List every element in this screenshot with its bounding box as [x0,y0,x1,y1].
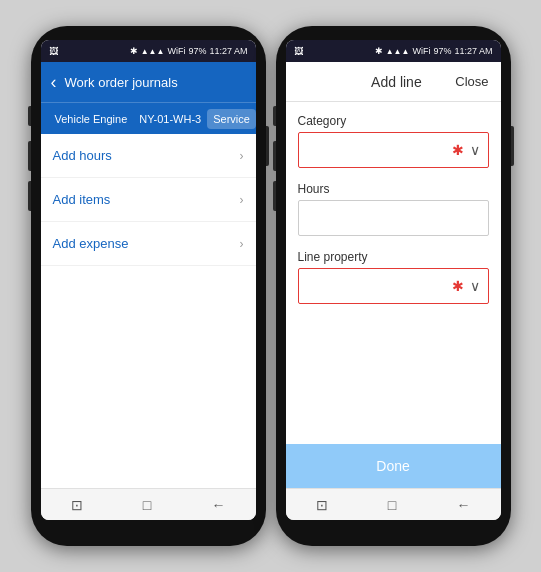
right-volume-down-button [273,181,276,211]
right-nav-recent-icon[interactable]: ⊡ [316,497,328,513]
left-status-icons: 🖼 [49,46,58,56]
left-screen: 🖼 ✱ ▲▲▲ WiFi 97% 11:27 AM ‹ Work order j… [41,40,256,520]
right-silent-button [273,106,276,126]
right-status-right: ✱ ▲▲▲ WiFi 97% 11:27 AM [375,46,493,56]
line-property-input[interactable]: ✱ ∨ [298,268,489,304]
right-signal-icon: ▲▲▲ [386,47,410,56]
add-hours-item[interactable]: Add hours › [41,134,256,178]
back-button[interactable]: ‹ [51,72,57,93]
volume-up-button [28,141,31,171]
right-screen: 🖼 ✱ ▲▲▲ WiFi 97% 11:27 AM Add line Close [286,40,501,520]
tab-vehicle-engine[interactable]: Vehicle Engine [49,109,134,129]
done-button: Done [376,458,409,474]
tab-service[interactable]: Service [207,109,255,129]
right-volume-up-button [273,141,276,171]
right-phone: 🖼 ✱ ▲▲▲ WiFi 97% 11:27 AM Add line Close [276,26,511,546]
line-property-group: Line property ✱ ∨ [298,250,489,304]
left-status-bar: 🖼 ✱ ▲▲▲ WiFi 97% 11:27 AM [41,40,256,62]
right-status-icons: 🖼 [294,46,303,56]
nav-back-icon[interactable]: ← [211,497,225,513]
power-button [266,126,269,166]
battery-level: 97% [188,46,206,56]
chevron-right-icon: › [240,193,244,207]
page-title: Work order journals [65,75,178,90]
right-nav-back-icon[interactable]: ← [456,497,470,513]
right-nav-home-icon[interactable]: □ [388,497,396,513]
left-status-right: ✱ ▲▲▲ WiFi 97% 11:27 AM [130,46,248,56]
right-power-button [511,126,514,166]
right-bottom-nav: ⊡ □ ← [286,488,501,520]
category-required-star: ✱ [452,142,464,158]
tab-bar: Vehicle Engine NY-01-WH-3 Service [41,102,256,134]
tab-workorder-id[interactable]: NY-01-WH-3 [133,109,207,129]
add-expense-label: Add expense [53,236,129,251]
right-battery-level: 97% [433,46,451,56]
left-nav-bar: ‹ Work order journals [41,62,256,102]
category-group: Category ✱ ∨ [298,114,489,168]
category-dropdown-icon: ∨ [470,142,480,158]
right-wifi-icon: WiFi [412,46,430,56]
add-expense-item[interactable]: Add expense › [41,222,256,266]
line-property-required-star: ✱ [452,278,464,294]
close-button[interactable]: Close [455,74,488,89]
line-property-label: Line property [298,250,489,264]
add-line-header: Add line Close [286,62,501,102]
line-property-dropdown-icon: ∨ [470,278,480,294]
left-bottom-nav: ⊡ □ ← [41,488,256,520]
chevron-right-icon: › [240,149,244,163]
right-status-bar: 🖼 ✱ ▲▲▲ WiFi 97% 11:27 AM [286,40,501,62]
category-input[interactable]: ✱ ∨ [298,132,489,168]
nav-recent-icon[interactable]: ⊡ [71,497,83,513]
hours-label: Hours [298,182,489,196]
right-photo-icon: 🖼 [294,46,303,56]
photo-icon: 🖼 [49,46,58,56]
left-content: Add hours › Add items › Add expense › [41,134,256,488]
wifi-icon: WiFi [167,46,185,56]
add-hours-label: Add hours [53,148,112,163]
category-label: Category [298,114,489,128]
left-phone: 🖼 ✱ ▲▲▲ WiFi 97% 11:27 AM ‹ Work order j… [31,26,266,546]
silent-button [28,106,31,126]
form-content: Category ✱ ∨ Hours Line property ✱ [286,102,501,444]
signal-icon: ▲▲▲ [141,47,165,56]
add-line-title: Add line [371,74,422,90]
hours-input[interactable] [298,200,489,236]
right-clock: 11:27 AM [454,46,492,56]
right-bluetooth-icon: ✱ [375,46,383,56]
chevron-right-icon: › [240,237,244,251]
add-items-label: Add items [53,192,111,207]
left-clock: 11:27 AM [209,46,247,56]
bluetooth-icon: ✱ [130,46,138,56]
hours-group: Hours [298,182,489,236]
nav-home-icon[interactable]: □ [143,497,151,513]
volume-down-button [28,181,31,211]
done-bar[interactable]: Done [286,444,501,488]
add-items-item[interactable]: Add items › [41,178,256,222]
